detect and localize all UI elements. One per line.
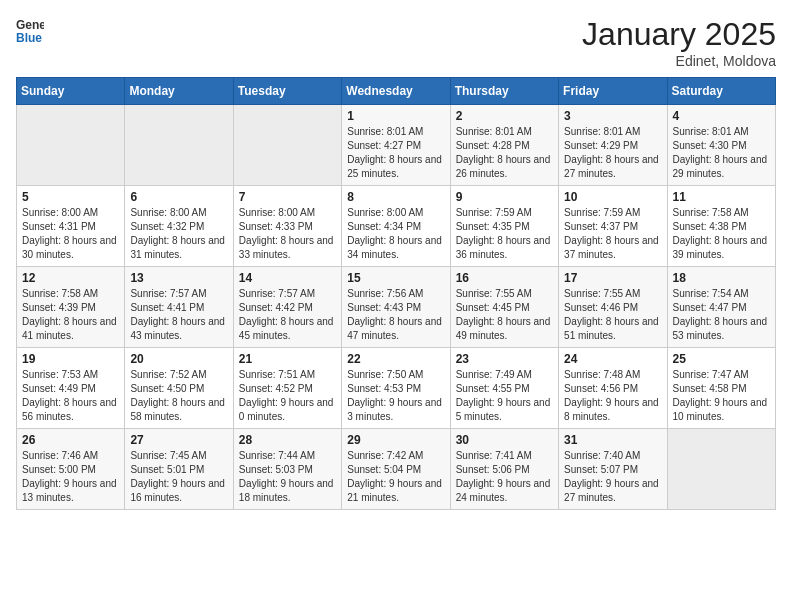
day-number: 21 xyxy=(239,352,336,366)
day-cell: 30Sunrise: 7:41 AM Sunset: 5:06 PM Dayli… xyxy=(450,429,558,510)
day-cell xyxy=(125,105,233,186)
day-info: Sunrise: 8:01 AM Sunset: 4:30 PM Dayligh… xyxy=(673,125,770,181)
day-cell: 14Sunrise: 7:57 AM Sunset: 4:42 PM Dayli… xyxy=(233,267,341,348)
day-number: 18 xyxy=(673,271,770,285)
day-cell: 27Sunrise: 7:45 AM Sunset: 5:01 PM Dayli… xyxy=(125,429,233,510)
day-cell: 25Sunrise: 7:47 AM Sunset: 4:58 PM Dayli… xyxy=(667,348,775,429)
weekday-header-saturday: Saturday xyxy=(667,78,775,105)
day-number: 30 xyxy=(456,433,553,447)
day-info: Sunrise: 7:54 AM Sunset: 4:47 PM Dayligh… xyxy=(673,287,770,343)
day-cell: 23Sunrise: 7:49 AM Sunset: 4:55 PM Dayli… xyxy=(450,348,558,429)
day-cell: 16Sunrise: 7:55 AM Sunset: 4:45 PM Dayli… xyxy=(450,267,558,348)
day-info: Sunrise: 7:46 AM Sunset: 5:00 PM Dayligh… xyxy=(22,449,119,505)
day-number: 6 xyxy=(130,190,227,204)
day-info: Sunrise: 8:01 AM Sunset: 4:28 PM Dayligh… xyxy=(456,125,553,181)
day-number: 16 xyxy=(456,271,553,285)
day-info: Sunrise: 7:57 AM Sunset: 4:41 PM Dayligh… xyxy=(130,287,227,343)
day-cell xyxy=(17,105,125,186)
day-cell: 2Sunrise: 8:01 AM Sunset: 4:28 PM Daylig… xyxy=(450,105,558,186)
weekday-header-thursday: Thursday xyxy=(450,78,558,105)
day-cell: 22Sunrise: 7:50 AM Sunset: 4:53 PM Dayli… xyxy=(342,348,450,429)
day-info: Sunrise: 8:00 AM Sunset: 4:31 PM Dayligh… xyxy=(22,206,119,262)
title-area: January 2025 Edinet, Moldova xyxy=(582,16,776,69)
day-cell: 4Sunrise: 8:01 AM Sunset: 4:30 PM Daylig… xyxy=(667,105,775,186)
weekday-header-monday: Monday xyxy=(125,78,233,105)
week-row-2: 5Sunrise: 8:00 AM Sunset: 4:31 PM Daylig… xyxy=(17,186,776,267)
day-cell: 26Sunrise: 7:46 AM Sunset: 5:00 PM Dayli… xyxy=(17,429,125,510)
day-number: 3 xyxy=(564,109,661,123)
day-number: 10 xyxy=(564,190,661,204)
day-info: Sunrise: 7:45 AM Sunset: 5:01 PM Dayligh… xyxy=(130,449,227,505)
day-cell xyxy=(667,429,775,510)
day-info: Sunrise: 7:51 AM Sunset: 4:52 PM Dayligh… xyxy=(239,368,336,424)
day-number: 9 xyxy=(456,190,553,204)
day-info: Sunrise: 7:55 AM Sunset: 4:46 PM Dayligh… xyxy=(564,287,661,343)
day-number: 13 xyxy=(130,271,227,285)
day-number: 4 xyxy=(673,109,770,123)
day-number: 5 xyxy=(22,190,119,204)
day-number: 15 xyxy=(347,271,444,285)
day-cell: 11Sunrise: 7:58 AM Sunset: 4:38 PM Dayli… xyxy=(667,186,775,267)
day-info: Sunrise: 7:40 AM Sunset: 5:07 PM Dayligh… xyxy=(564,449,661,505)
day-cell: 13Sunrise: 7:57 AM Sunset: 4:41 PM Dayli… xyxy=(125,267,233,348)
day-info: Sunrise: 7:56 AM Sunset: 4:43 PM Dayligh… xyxy=(347,287,444,343)
svg-text:General: General xyxy=(16,18,44,32)
day-info: Sunrise: 8:00 AM Sunset: 4:32 PM Dayligh… xyxy=(130,206,227,262)
day-cell: 18Sunrise: 7:54 AM Sunset: 4:47 PM Dayli… xyxy=(667,267,775,348)
page-header: General Blue January 2025 Edinet, Moldov… xyxy=(16,16,776,69)
day-cell: 5Sunrise: 8:00 AM Sunset: 4:31 PM Daylig… xyxy=(17,186,125,267)
day-number: 20 xyxy=(130,352,227,366)
day-number: 12 xyxy=(22,271,119,285)
month-title: January 2025 xyxy=(582,16,776,53)
logo-icon: General Blue xyxy=(16,16,44,44)
day-info: Sunrise: 7:59 AM Sunset: 4:37 PM Dayligh… xyxy=(564,206,661,262)
day-number: 1 xyxy=(347,109,444,123)
day-number: 22 xyxy=(347,352,444,366)
day-number: 24 xyxy=(564,352,661,366)
day-info: Sunrise: 7:42 AM Sunset: 5:04 PM Dayligh… xyxy=(347,449,444,505)
location: Edinet, Moldova xyxy=(582,53,776,69)
day-info: Sunrise: 7:50 AM Sunset: 4:53 PM Dayligh… xyxy=(347,368,444,424)
day-info: Sunrise: 7:48 AM Sunset: 4:56 PM Dayligh… xyxy=(564,368,661,424)
day-number: 25 xyxy=(673,352,770,366)
day-info: Sunrise: 7:58 AM Sunset: 4:39 PM Dayligh… xyxy=(22,287,119,343)
svg-text:Blue: Blue xyxy=(16,31,42,44)
day-cell: 8Sunrise: 8:00 AM Sunset: 4:34 PM Daylig… xyxy=(342,186,450,267)
day-cell: 20Sunrise: 7:52 AM Sunset: 4:50 PM Dayli… xyxy=(125,348,233,429)
day-info: Sunrise: 7:44 AM Sunset: 5:03 PM Dayligh… xyxy=(239,449,336,505)
day-info: Sunrise: 7:53 AM Sunset: 4:49 PM Dayligh… xyxy=(22,368,119,424)
day-cell: 17Sunrise: 7:55 AM Sunset: 4:46 PM Dayli… xyxy=(559,267,667,348)
day-info: Sunrise: 7:47 AM Sunset: 4:58 PM Dayligh… xyxy=(673,368,770,424)
day-number: 14 xyxy=(239,271,336,285)
week-row-3: 12Sunrise: 7:58 AM Sunset: 4:39 PM Dayli… xyxy=(17,267,776,348)
day-cell: 21Sunrise: 7:51 AM Sunset: 4:52 PM Dayli… xyxy=(233,348,341,429)
day-number: 2 xyxy=(456,109,553,123)
logo: General Blue xyxy=(16,16,44,44)
day-info: Sunrise: 7:49 AM Sunset: 4:55 PM Dayligh… xyxy=(456,368,553,424)
day-info: Sunrise: 7:52 AM Sunset: 4:50 PM Dayligh… xyxy=(130,368,227,424)
day-number: 23 xyxy=(456,352,553,366)
day-info: Sunrise: 8:01 AM Sunset: 4:27 PM Dayligh… xyxy=(347,125,444,181)
day-cell: 9Sunrise: 7:59 AM Sunset: 4:35 PM Daylig… xyxy=(450,186,558,267)
day-number: 27 xyxy=(130,433,227,447)
day-number: 7 xyxy=(239,190,336,204)
day-cell: 15Sunrise: 7:56 AM Sunset: 4:43 PM Dayli… xyxy=(342,267,450,348)
weekday-header-friday: Friday xyxy=(559,78,667,105)
day-info: Sunrise: 7:58 AM Sunset: 4:38 PM Dayligh… xyxy=(673,206,770,262)
day-cell: 29Sunrise: 7:42 AM Sunset: 5:04 PM Dayli… xyxy=(342,429,450,510)
day-info: Sunrise: 7:59 AM Sunset: 4:35 PM Dayligh… xyxy=(456,206,553,262)
day-number: 8 xyxy=(347,190,444,204)
day-number: 29 xyxy=(347,433,444,447)
day-cell: 28Sunrise: 7:44 AM Sunset: 5:03 PM Dayli… xyxy=(233,429,341,510)
day-cell: 12Sunrise: 7:58 AM Sunset: 4:39 PM Dayli… xyxy=(17,267,125,348)
day-cell: 3Sunrise: 8:01 AM Sunset: 4:29 PM Daylig… xyxy=(559,105,667,186)
weekday-header-tuesday: Tuesday xyxy=(233,78,341,105)
day-cell: 6Sunrise: 8:00 AM Sunset: 4:32 PM Daylig… xyxy=(125,186,233,267)
day-number: 11 xyxy=(673,190,770,204)
day-info: Sunrise: 8:00 AM Sunset: 4:34 PM Dayligh… xyxy=(347,206,444,262)
day-cell: 1Sunrise: 8:01 AM Sunset: 4:27 PM Daylig… xyxy=(342,105,450,186)
day-cell: 24Sunrise: 7:48 AM Sunset: 4:56 PM Dayli… xyxy=(559,348,667,429)
calendar-table: SundayMondayTuesdayWednesdayThursdayFrid… xyxy=(16,77,776,510)
weekday-header-wednesday: Wednesday xyxy=(342,78,450,105)
day-number: 28 xyxy=(239,433,336,447)
